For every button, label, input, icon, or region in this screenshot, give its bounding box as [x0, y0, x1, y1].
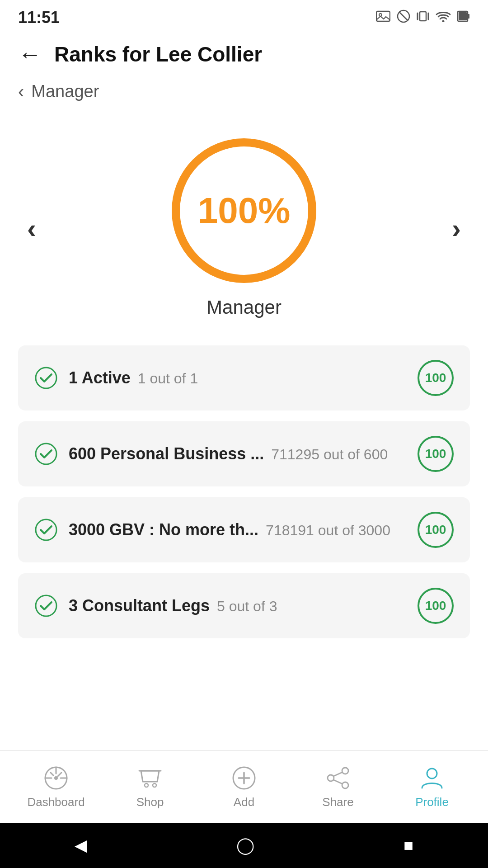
req-item-1: 600 Personal Business ... 711295 out of … [18, 421, 470, 486]
status-time: 11:51 [18, 8, 60, 27]
svg-point-22 [145, 783, 148, 787]
req-main-text-3: 3 Consultant Legs [69, 596, 210, 615]
svg-point-33 [427, 769, 437, 778]
req-item-2: 3000 GBV : No more th... 718191 out of 3… [18, 497, 470, 562]
carousel-rank-label: Manager [206, 297, 282, 318]
req-text-group-0: 1 Active 1 out of 1 [69, 368, 198, 387]
check-icon-3 [34, 594, 58, 618]
req-sub-text-1: 711295 out of 600 [271, 446, 388, 463]
nav-label-add: Add [234, 795, 254, 809]
back-button[interactable]: ← [18, 41, 42, 68]
svg-point-14 [36, 595, 56, 616]
req-item-0: 1 Active 1 out of 1 100 [18, 345, 470, 410]
status-icons [376, 9, 470, 26]
carousel-area: ‹ 100% Manager › [0, 111, 488, 336]
svg-point-30 [342, 782, 348, 788]
svg-point-7 [442, 20, 445, 22]
status-bar: 11:51 [0, 0, 488, 32]
breadcrumb: ‹ Manager [0, 77, 488, 111]
nav-label-profile: Profile [415, 795, 449, 809]
app-bar: ← Ranks for Lee Collier [0, 32, 488, 77]
req-left-2: 3000 GBV : No more th... 718191 out of 3… [34, 518, 418, 542]
android-recents-button[interactable]: ■ [404, 836, 413, 855]
nav-item-add[interactable]: Add [197, 764, 291, 809]
page-title: Ranks for Lee Collier [54, 42, 262, 66]
score-badge-2: 100 [418, 512, 454, 548]
nav-item-dashboard[interactable]: Dashboard [9, 764, 103, 809]
svg-point-16 [54, 776, 58, 780]
svg-rect-0 [376, 11, 390, 21]
breadcrumb-label: Manager [31, 82, 99, 101]
image-icon [376, 10, 390, 26]
nav-item-shop[interactable]: Shop [103, 764, 197, 809]
req-item-3: 3 Consultant Legs 5 out of 3 100 [18, 573, 470, 638]
req-sub-text-0: 1 out of 1 [138, 370, 198, 387]
score-badge-text-2: 100 [425, 523, 446, 537]
block-icon [397, 9, 410, 26]
svg-rect-4 [420, 12, 426, 21]
req-sub-text-2: 718191 out of 3000 [266, 522, 390, 539]
nav-label-dashboard: Dashboard [27, 795, 84, 809]
req-left-3: 3 Consultant Legs 5 out of 3 [34, 594, 418, 618]
score-badge-1: 100 [418, 436, 454, 472]
carousel-prev-button[interactable]: ‹ [18, 204, 45, 253]
android-home-button[interactable]: ◯ [236, 836, 254, 855]
bottom-nav: Dashboard Shop Add [0, 750, 488, 823]
svg-line-18 [58, 773, 61, 776]
svg-rect-10 [459, 12, 467, 20]
svg-point-12 [36, 443, 56, 464]
score-badge-text-0: 100 [425, 371, 446, 385]
score-badge-3: 100 [418, 588, 454, 624]
req-text-group-2: 3000 GBV : No more th... 718191 out of 3… [69, 520, 390, 539]
check-icon-1 [34, 442, 58, 466]
svg-point-28 [342, 768, 348, 774]
score-badge-text-1: 100 [425, 447, 446, 461]
profile-icon [418, 764, 446, 792]
nav-item-share[interactable]: Share [291, 764, 385, 809]
svg-line-32 [333, 780, 343, 784]
req-text-group-1: 600 Personal Business ... 711295 out of … [69, 444, 388, 463]
android-nav: ◀ ◯ ■ [0, 823, 488, 868]
nav-item-profile[interactable]: Profile [385, 764, 479, 809]
progress-percent: 100% [198, 190, 291, 231]
vibrate-icon [417, 9, 429, 26]
score-badge-0: 100 [418, 360, 454, 396]
carousel-next-button[interactable]: › [443, 204, 470, 253]
svg-line-31 [333, 772, 343, 776]
dashboard-icon [42, 764, 70, 792]
svg-point-13 [36, 519, 56, 540]
req-main-text-2: 3000 GBV : No more th... [69, 520, 258, 539]
wifi-icon [436, 10, 451, 25]
shop-icon [136, 764, 164, 792]
rank-circle-container: 100% Manager [45, 138, 443, 318]
breadcrumb-back-icon[interactable]: ‹ [18, 81, 24, 102]
nav-label-share: Share [322, 795, 353, 809]
req-main-text-1: 600 Personal Business ... [69, 444, 264, 463]
nav-label-shop: Shop [136, 795, 164, 809]
svg-point-23 [153, 783, 156, 787]
add-icon [230, 764, 258, 792]
req-left-1: 600 Personal Business ... 711295 out of … [34, 442, 418, 466]
req-main-text-0: 1 Active [69, 368, 131, 387]
check-icon-0 [34, 366, 58, 390]
svg-line-21 [51, 773, 53, 775]
android-back-button[interactable]: ◀ [75, 836, 87, 855]
svg-point-11 [36, 368, 56, 388]
progress-circle: 100% [172, 138, 316, 283]
svg-point-29 [328, 775, 334, 781]
req-text-group-3: 3 Consultant Legs 5 out of 3 [69, 596, 277, 615]
battery-icon [457, 9, 470, 26]
svg-rect-9 [468, 14, 469, 19]
share-icon [324, 764, 352, 792]
svg-line-3 [399, 12, 408, 21]
check-icon-2 [34, 518, 58, 542]
req-left-0: 1 Active 1 out of 1 [34, 366, 418, 390]
req-sub-text-3: 5 out of 3 [217, 598, 277, 615]
score-badge-text-3: 100 [425, 599, 446, 613]
requirements-list: 1 Active 1 out of 1 100 600 Personal Bus… [0, 336, 488, 658]
